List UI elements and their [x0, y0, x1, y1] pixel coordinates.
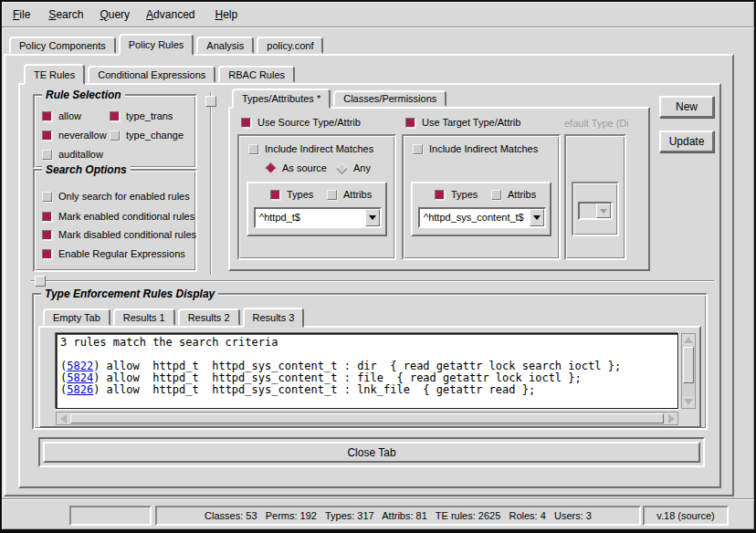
tab-types-attributes[interactable]: Types/Attributes *: [232, 89, 331, 109]
tab-results-2[interactable]: Results 2: [178, 308, 240, 326]
checkbox-indicator: [42, 111, 52, 121]
scrollbar-trough[interactable]: [682, 384, 695, 396]
horizontal-scrollbar[interactable]: [56, 412, 678, 425]
arrow-right-icon: [668, 414, 675, 423]
checkbox-indicator: [110, 111, 120, 121]
checkbox-neverallow[interactable]: neverallow: [42, 130, 107, 141]
checkbox-label: neverallow: [58, 130, 107, 141]
menu-search[interactable]: Search: [43, 5, 89, 24]
results-text-area[interactable]: 3 rules match the search criteria (5822)…: [56, 333, 678, 409]
checkbox-enable-regex[interactable]: Enable Regular Expressions: [42, 248, 185, 259]
combobox-value: [580, 204, 596, 218]
horizontal-sash[interactable]: [31, 280, 714, 282]
checkbox-target-types[interactable]: Types: [435, 189, 478, 200]
checkbox-label: Include Indirect Matches: [429, 143, 538, 154]
checkbox-indicator: [42, 192, 52, 202]
checkbox-indicator: [491, 190, 501, 200]
new-button[interactable]: New: [659, 96, 714, 118]
tab-policy-rules[interactable]: Policy Rules: [119, 34, 194, 56]
vertical-scrollbar[interactable]: [681, 333, 696, 409]
checkbox-type-change[interactable]: type_change: [110, 130, 184, 141]
tab-empty-tab[interactable]: Empty Tab: [43, 308, 110, 326]
close-tab-button[interactable]: Close Tab: [43, 442, 700, 463]
tab-policy-components[interactable]: Policy Components: [9, 37, 116, 54]
checkbox-allow[interactable]: allow: [42, 110, 81, 121]
checkbox-label: type_trans: [126, 110, 173, 121]
te-rules-tab-bar: TE Rules Conditional Expressions RBAC Ru…: [24, 64, 298, 85]
combobox-dropdown-button[interactable]: [530, 209, 544, 226]
combobox-value[interactable]: ^httpd_t$: [256, 209, 365, 226]
rule-link-5824[interactable]: 5824: [67, 371, 93, 384]
checkbox-mark-enabled-conditional[interactable]: Mark enabled conditional rules: [42, 211, 194, 222]
checkbox-use-target-type[interactable]: Use Target Type/Attrib: [405, 117, 520, 128]
chevron-down-icon: [369, 215, 376, 224]
checkbox-type-trans[interactable]: type_trans: [110, 110, 173, 121]
checkbox-label: Mark disabled conditional rules: [58, 229, 196, 240]
tab-rbac-rules[interactable]: RBAC Rules: [218, 66, 295, 83]
tab-policy-conf[interactable]: policy.conf: [257, 37, 323, 54]
rule-link-5826[interactable]: 5826: [67, 383, 93, 396]
criteria-tab-bar: Types/Attributes * Classes/Permissions: [232, 89, 449, 109]
radio-label: Any: [353, 162, 371, 173]
rule-selection-group: Rule Selection allow type_trans neverall…: [33, 94, 197, 169]
scroll-up-button[interactable]: [682, 334, 695, 346]
rule-line: (5826) allow httpd_t httpd_sys_content_t…: [60, 384, 677, 396]
vertical-scrollbar-thumb[interactable]: [683, 347, 694, 383]
arrow-left-icon: [60, 414, 67, 423]
combobox-dropdown-button: [596, 204, 611, 218]
menu-file[interactable]: File: [7, 5, 36, 24]
tab-te-rules[interactable]: TE Rules: [24, 64, 85, 85]
menu-separator: [2, 26, 754, 28]
tab-classes-permissions[interactable]: Classes/Permissions: [333, 90, 446, 107]
menu-help[interactable]: Help: [209, 5, 243, 24]
tab-results-3[interactable]: Results 3: [243, 308, 305, 328]
source-type-combobox[interactable]: ^httpd_t$: [254, 207, 382, 228]
vertical-sash-handle[interactable]: [205, 96, 216, 107]
scroll-right-button[interactable]: [665, 413, 677, 424]
checkbox-source-attribs[interactable]: Attribs: [327, 189, 372, 200]
menu-query[interactable]: Query: [94, 5, 135, 24]
update-button[interactable]: Update: [659, 131, 714, 152]
checkbox-label: Only search for enabled rules: [58, 191, 190, 202]
checkbox-source-indirect[interactable]: Include Indirect Matches: [248, 143, 373, 154]
combobox-value[interactable]: ^httpd_sys_content_t$: [420, 209, 530, 226]
checkbox-mark-disabled-conditional[interactable]: Mark disabled conditional rules: [42, 229, 196, 240]
checkbox-only-enabled-rules[interactable]: Only search for enabled rules: [42, 191, 190, 202]
tab-analysis[interactable]: Analysis: [196, 37, 254, 54]
rule-link-5822[interactable]: 5822: [67, 360, 93, 372]
menu-advanced[interactable]: Advanced: [141, 5, 200, 24]
checkbox-label: auditallow: [58, 149, 103, 160]
tab-conditional-expressions[interactable]: Conditional Expressions: [88, 66, 215, 83]
checkbox-target-indirect[interactable]: Include Indirect Matches: [413, 143, 538, 154]
checkbox-label: type_change: [126, 130, 184, 141]
target-type-frame: Include Indirect Matches Types Attribs ^…: [402, 134, 561, 260]
checkbox-label: Attribs: [343, 189, 372, 200]
checkbox-auditallow[interactable]: auditallow: [42, 149, 103, 160]
scroll-left-button[interactable]: [57, 413, 69, 424]
radio-any[interactable]: Any: [338, 162, 371, 173]
horizontal-scrollbar-thumb[interactable]: [70, 413, 664, 423]
checkbox-indicator: [42, 212, 52, 222]
horizontal-sash-handle[interactable]: [35, 276, 46, 287]
close-tab-frame: Close Tab: [38, 437, 705, 467]
radio-label: As source: [282, 162, 327, 173]
checkbox-target-attribs[interactable]: Attribs: [491, 189, 536, 200]
checkbox-label: Mark enabled conditional rules: [58, 211, 194, 222]
default-type-box: [572, 182, 619, 236]
checkbox-indicator: [110, 131, 120, 141]
scroll-down-button[interactable]: [682, 396, 695, 408]
checkbox-indicator: [270, 190, 280, 200]
combobox-dropdown-button[interactable]: [365, 209, 380, 226]
vertical-sash[interactable]: [210, 92, 212, 275]
status-separator: [2, 498, 754, 500]
radio-indicator: [336, 162, 348, 174]
radio-indicator: [265, 162, 277, 174]
radio-as-source[interactable]: As source: [267, 162, 327, 173]
tab-results-1[interactable]: Results 1: [113, 308, 175, 326]
checkbox-source-types[interactable]: Types: [270, 189, 313, 200]
target-type-combobox[interactable]: ^httpd_sys_content_t$: [418, 207, 546, 228]
arrow-up-icon: [684, 337, 693, 343]
checkbox-label: Enable Regular Expressions: [58, 248, 185, 259]
checkbox-use-source-type[interactable]: Use Source Type/Attrib: [241, 117, 361, 128]
checkbox-indicator: [42, 249, 52, 259]
